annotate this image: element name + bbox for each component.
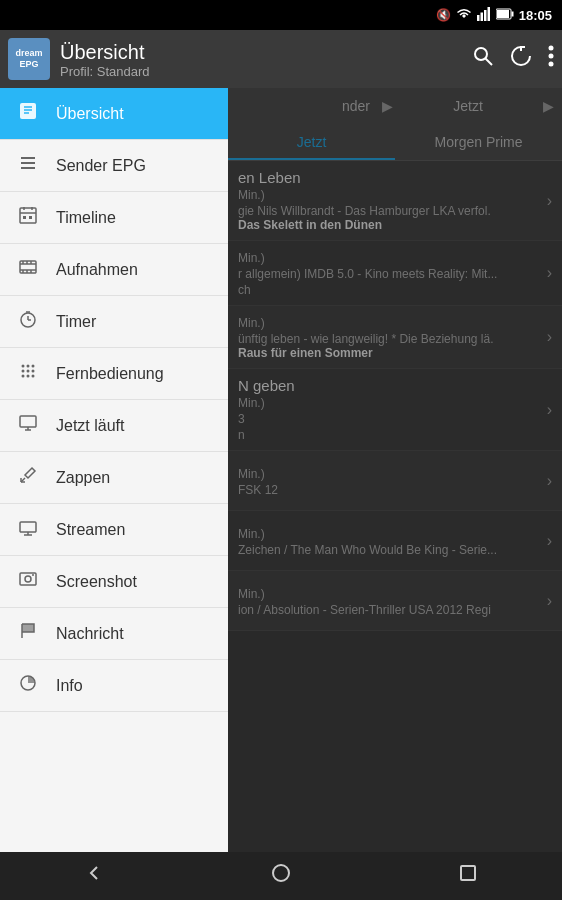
sidebar-item-streamen[interactable]: Streamen: [0, 504, 228, 556]
list-icon: [16, 153, 40, 178]
sidebar-item-timeline[interactable]: Timeline: [0, 192, 228, 244]
svg-rect-6: [497, 10, 509, 18]
svg-point-45: [27, 375, 30, 378]
image-icon: [16, 569, 40, 594]
svg-rect-47: [20, 416, 36, 427]
sidebar-item-jetzt-laeuft[interactable]: Jetzt läuft: [0, 400, 228, 452]
sidebar-item-sender-epg[interactable]: Sender EPG: [0, 140, 228, 192]
svg-rect-12: [20, 103, 36, 119]
svg-rect-19: [20, 208, 36, 223]
svg-rect-1: [480, 12, 483, 21]
svg-point-44: [22, 375, 25, 378]
sidebar-item-label: Streamen: [56, 521, 125, 539]
svg-rect-53: [20, 522, 36, 532]
svg-rect-62: [461, 866, 475, 880]
app-bar: dream EPG Übersicht Profil: Standard: [0, 30, 562, 88]
svg-point-42: [27, 370, 30, 373]
svg-rect-2: [484, 10, 487, 21]
recents-button[interactable]: [375, 861, 562, 891]
monitor-icon: [16, 413, 40, 438]
sidebar-item-label: Sender EPG: [56, 157, 146, 175]
sidebar-item-label: Zappen: [56, 469, 110, 487]
sidebar-item-label: Aufnahmen: [56, 261, 138, 279]
status-bar: 🔇 18:05: [0, 0, 562, 30]
wifi-icon: [456, 7, 472, 24]
svg-point-38: [22, 365, 25, 368]
svg-point-58: [32, 574, 34, 576]
book-icon: [16, 101, 40, 126]
app-title: Übersicht: [60, 40, 462, 64]
svg-point-7: [475, 48, 487, 60]
svg-point-11: [549, 62, 554, 67]
svg-point-57: [25, 576, 31, 582]
sidebar-item-label: Screenshot: [56, 573, 137, 591]
more-icon[interactable]: [548, 45, 554, 73]
svg-point-9: [549, 46, 554, 51]
svg-rect-24: [29, 216, 32, 219]
svg-point-41: [22, 370, 25, 373]
search-icon[interactable]: [472, 45, 494, 73]
calendar-icon: [16, 205, 40, 230]
battery-icon: [496, 8, 514, 23]
svg-rect-5: [511, 11, 513, 16]
sidebar-item-aufnahmen[interactable]: Aufnahmen: [0, 244, 228, 296]
svg-point-10: [549, 54, 554, 59]
signal-icon: [477, 7, 491, 24]
sidebar-item-label: Timeline: [56, 209, 116, 227]
svg-line-8: [486, 59, 493, 66]
content-area: nder ▶ Jetzt ▶ Jetzt Morgen Prime en Leb…: [228, 88, 562, 852]
svg-rect-0: [477, 15, 480, 21]
app-bar-actions: [472, 45, 554, 73]
flag-icon: [16, 621, 40, 646]
sidebar-item-fernbedienung[interactable]: Fernbedienung: [0, 348, 228, 400]
bottom-nav: [0, 852, 562, 900]
mute-icon: 🔇: [436, 8, 451, 22]
sidebar-item-label: Jetzt läuft: [56, 417, 124, 435]
sidebar-item-label: Übersicht: [56, 105, 124, 123]
main-area: Übersicht Sender EPG: [0, 88, 562, 852]
pie-icon: [16, 673, 40, 698]
app-title-block: Übersicht Profil: Standard: [60, 40, 462, 79]
sidebar-item-label: Info: [56, 677, 83, 695]
svg-point-39: [27, 365, 30, 368]
tools-icon: [16, 465, 40, 490]
sidebar-item-label: Fernbedienung: [56, 365, 164, 383]
grid-icon: [16, 361, 40, 386]
sidebar-item-nachricht[interactable]: Nachricht: [0, 608, 228, 660]
sidebar: Übersicht Sender EPG: [0, 88, 228, 852]
film-icon: [16, 257, 40, 282]
svg-rect-23: [23, 216, 26, 219]
sidebar-item-label: Timer: [56, 313, 96, 331]
back-button[interactable]: [0, 861, 187, 891]
sidebar-item-info[interactable]: Info: [0, 660, 228, 712]
sidebar-item-zappen[interactable]: Zappen: [0, 452, 228, 504]
home-button[interactable]: [187, 861, 374, 891]
svg-point-40: [32, 365, 35, 368]
clock-icon: [16, 309, 40, 334]
svg-point-43: [32, 370, 35, 373]
status-time: 18:05: [519, 8, 552, 23]
svg-rect-3: [487, 7, 490, 21]
content-overlay: [228, 88, 562, 852]
svg-point-46: [32, 375, 35, 378]
svg-point-61: [273, 865, 289, 881]
cast-icon: [16, 517, 40, 542]
sidebar-item-label: Nachricht: [56, 625, 124, 643]
sidebar-item-screenshot[interactable]: Screenshot: [0, 556, 228, 608]
refresh-icon[interactable]: [510, 45, 532, 73]
app-logo: dream EPG: [8, 38, 50, 80]
status-icons: 🔇 18:05: [436, 7, 552, 24]
app-subtitle: Profil: Standard: [60, 64, 462, 79]
sidebar-item-uebersicht[interactable]: Übersicht: [0, 88, 228, 140]
sidebar-item-timer[interactable]: Timer: [0, 296, 228, 348]
